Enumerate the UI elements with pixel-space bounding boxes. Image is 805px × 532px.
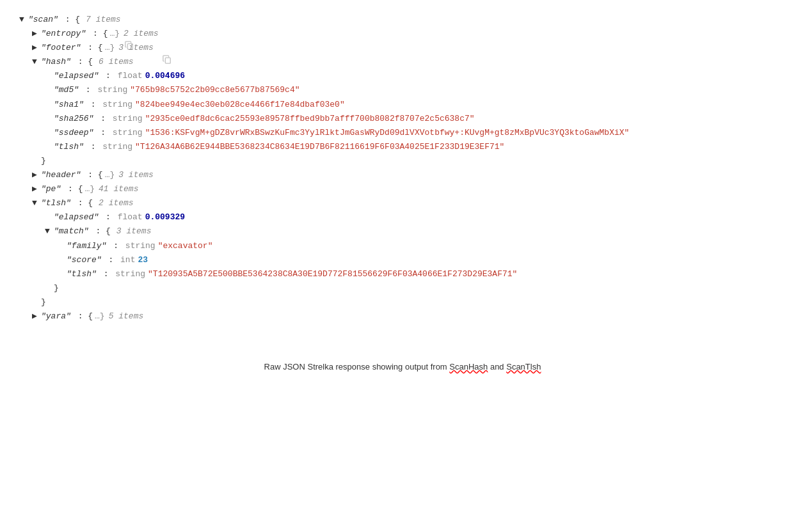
tlsh-key: "tlsh" [41, 196, 71, 210]
family-key: "family" [67, 239, 106, 253]
footer-toggle[interactable]: ▶ [32, 41, 38, 55]
tlsh-row: ▼ "tlsh" : { 2 items [19, 196, 792, 210]
svg-rect-1 [165, 58, 170, 64]
match-tlsh-value: "T120935A5B72E500BBE5364238C8A30E19D772F… [148, 267, 517, 281]
header-row: ▶ "header" : { …} 3 items [19, 168, 792, 182]
hash-tlsh-key: "tlsh" [54, 140, 84, 154]
sha256-key: "sha256" [54, 112, 93, 126]
match-row: ▼ "match" : { 3 items [19, 224, 792, 239]
yara-count: 5 items [109, 309, 144, 324]
header-key: "header" [41, 168, 81, 182]
match-tlsh-key: "tlsh" [67, 267, 97, 281]
match-key: "match" [54, 224, 89, 239]
scan-hash-text: ScanHash [449, 362, 488, 372]
yara-key: "yara" [41, 309, 71, 324]
hash-tlsh-value: "T126A34A6B62E944BBE5368234C8634E19D7B6F… [135, 140, 504, 154]
entropy-toggle[interactable]: ▶ [32, 27, 38, 41]
match-toggle[interactable]: ▼ [45, 224, 51, 239]
ssdeep-value: "1536:KSFvgM+gDZ8vrWRxBSwzKuFmc3YylRlktJ… [145, 126, 630, 140]
scan-toggle[interactable]: ▼ [19, 13, 26, 27]
sha256-type: string [113, 112, 143, 126]
entropy-key: "entropy" [41, 27, 86, 41]
tlsh-elapsed-key: "elapsed" [54, 210, 99, 224]
hash-elapsed-key: "elapsed" [54, 69, 99, 83]
pe-count: 41 items [99, 182, 138, 196]
hash-tlsh-type: string [102, 140, 132, 154]
hash-elapsed-row: "elapsed" : float 0.004696 [19, 69, 792, 83]
md5-value: "765b98c5752c2b09cc8e5677b87569c4" [130, 83, 299, 97]
family-value: "excavator" [158, 239, 213, 253]
svg-rect-0 [127, 44, 132, 50]
md5-type: string [97, 83, 127, 97]
hash-toggle[interactable]: ▼ [32, 55, 38, 69]
family-row: "family" : string "excavator" [19, 239, 792, 253]
scan-key: "scan" [28, 13, 58, 27]
score-value: 23 [138, 253, 148, 267]
footer-key: "footer" [41, 41, 81, 55]
hash-key: "hash" [41, 55, 71, 69]
sha256-value: "2935ce0edf8dc6cac25593e89578ffbed9bb7af… [145, 112, 475, 126]
header-toggle[interactable]: ▶ [32, 168, 38, 182]
caption-and: and [488, 362, 506, 372]
entropy-copy-icon[interactable] [163, 27, 171, 36]
footer-caption: Raw JSON Strelka response showing output… [13, 362, 792, 372]
header-count: 3 items [118, 168, 154, 182]
footer-count: 3 items [118, 41, 154, 55]
tlsh-elapsed-row: "elapsed" : float 0.009329 [19, 210, 792, 224]
yara-row: ▶ "yara" : { …} 5 items [19, 309, 792, 324]
pe-row: ▶ "pe" : { …} 41 items [19, 182, 792, 196]
tlsh-close: } [19, 295, 792, 309]
score-row: "score" : int 23 [19, 253, 792, 267]
scan-row: ▼ "scan" : { 7 items [19, 13, 792, 27]
hash-tlsh-row: "tlsh" : string "T126A34A6B62E944BBE5368… [19, 140, 792, 154]
ssdeep-key: "ssdeep" [54, 126, 93, 140]
score-type: int [120, 253, 135, 267]
match-count: 3 items [116, 224, 152, 239]
tlsh-elapsed-type: float [118, 210, 143, 224]
family-type: string [125, 239, 155, 253]
pe-key: "pe" [41, 182, 61, 196]
caption-prefix: Raw JSON Strelka response showing output… [264, 362, 450, 372]
sha1-value: "824bee949e4ec30eb028ce4466f17e84dbaf03e… [135, 98, 345, 112]
sha1-key: "sha1" [54, 98, 84, 112]
footer-row: ▶ "footer" : { …} 3 items [19, 41, 792, 55]
match-tlsh-row: "tlsh" : string "T120935A5B72E500BBE5364… [19, 267, 792, 281]
tlsh-elapsed-value: 0.009329 [145, 210, 185, 224]
match-tlsh-type: string [115, 267, 145, 281]
pe-toggle[interactable]: ▶ [32, 182, 38, 196]
ssdeep-row: "ssdeep" : string "1536:KSFvgM+gDZ8vrWRx… [19, 126, 792, 140]
elapsed-type: float [118, 69, 143, 83]
md5-row: "md5" : string "765b98c5752c2b09cc8e5677… [19, 83, 792, 97]
ssdeep-type: string [113, 126, 143, 140]
tlsh-count: 2 items [99, 196, 134, 210]
sha256-row: "sha256" : string "2935ce0edf8dc6cac2559… [19, 112, 792, 126]
score-key: "score" [67, 253, 102, 267]
scan-tlsh-text: ScanTlsh [506, 362, 541, 372]
md5-key: "md5" [54, 83, 79, 97]
hash-close: } [19, 154, 792, 168]
scan-count: 7 items [86, 13, 121, 27]
match-close: } [19, 281, 792, 295]
tlsh-toggle[interactable]: ▼ [32, 196, 38, 210]
sha1-row: "sha1" : string "824bee949e4ec30eb028ce4… [19, 98, 792, 112]
json-viewer: ▼ "scan" : { 7 items ▶ "entropy" : { …} … [13, 13, 792, 324]
sha1-type: string [102, 98, 132, 112]
scan-copy-icon[interactable] [125, 13, 134, 22]
yara-toggle[interactable]: ▶ [32, 309, 38, 324]
